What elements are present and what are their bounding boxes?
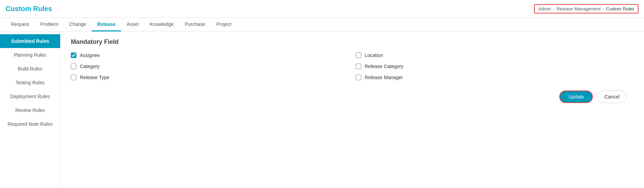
checkbox-assignee-row: Assignee	[71, 53, 349, 58]
checkbox-location-row: Location	[356, 53, 634, 58]
checkbox-release-manager-label: Release Manager	[365, 75, 403, 80]
breadcrumb-release-mgmt: Release Management	[557, 6, 600, 11]
sidebar-item-required-note-rules[interactable]: Required Note Rules	[0, 117, 60, 131]
checkbox-release-category-label: Release Category	[365, 64, 403, 69]
checkbox-category[interactable]	[71, 64, 76, 69]
tab-knowledge[interactable]: Knowledge	[144, 18, 179, 31]
content-area: Mandatory Field Assignee Location Catego…	[60, 31, 644, 185]
breadcrumb-admin: Admin	[538, 6, 551, 11]
checkbox-location[interactable]	[356, 53, 361, 58]
checkbox-release-category-row: Release Category	[356, 64, 634, 69]
checkbox-assignee[interactable]	[71, 53, 76, 58]
checkbox-assignee-label: Assignee	[80, 53, 100, 58]
tab-project[interactable]: Project	[211, 18, 237, 31]
checkbox-grid: Assignee Location Category Release Categ…	[71, 53, 634, 80]
tab-problem[interactable]: Problem	[35, 18, 64, 31]
tab-change[interactable]: Change	[64, 18, 92, 31]
sidebar: Submitted Rules Planning Rules Build Rul…	[0, 31, 60, 185]
checkbox-release-category[interactable]	[356, 64, 361, 69]
update-button[interactable]: Update	[559, 91, 593, 103]
checkbox-location-label: Location	[365, 53, 383, 58]
tab-request[interactable]: Request	[6, 18, 35, 31]
page-title: Custom Rules	[6, 5, 52, 13]
header: Custom Rules Admin › Release Management …	[0, 0, 644, 18]
breadcrumb: Admin › Release Management › Custom Rule…	[534, 4, 638, 13]
sidebar-item-testing-rules[interactable]: Testing Rules	[0, 76, 60, 90]
checkbox-release-type-row: Release Type	[71, 75, 349, 80]
section-title: Mandatory Field	[71, 38, 634, 46]
sidebar-item-deployment-rules[interactable]: Deployment Rules	[0, 90, 60, 103]
sidebar-item-planning-rules[interactable]: Planning Rules	[0, 48, 60, 62]
checkbox-category-row: Category	[71, 64, 349, 69]
tab-purchase[interactable]: Purchase	[179, 18, 211, 31]
nav-tabs: Request Problem Change Release Asset Kno…	[0, 18, 644, 31]
tab-asset[interactable]: Asset	[121, 18, 144, 31]
checkbox-release-type-label: Release Type	[80, 75, 109, 80]
sidebar-item-review-rules[interactable]: Review Rules	[0, 103, 60, 117]
breadcrumb-sep-2: ›	[603, 7, 604, 11]
cancel-button[interactable]: Cancel	[597, 91, 627, 103]
checkbox-category-label: Category	[80, 64, 100, 69]
sidebar-item-submitted-rules[interactable]: Submitted Rules	[0, 34, 60, 48]
checkbox-release-type[interactable]	[71, 75, 76, 80]
tab-release[interactable]: Release	[92, 18, 121, 31]
checkbox-release-manager-row: Release Manager	[356, 75, 634, 80]
checkbox-release-manager[interactable]	[356, 75, 361, 80]
action-row: Update Cancel	[71, 91, 634, 103]
main-layout: Submitted Rules Planning Rules Build Rul…	[0, 31, 644, 185]
breadcrumb-sep-1: ›	[553, 7, 554, 11]
sidebar-item-build-rules[interactable]: Build Rules	[0, 62, 60, 76]
breadcrumb-custom-rules: Custom Rules	[606, 6, 634, 11]
